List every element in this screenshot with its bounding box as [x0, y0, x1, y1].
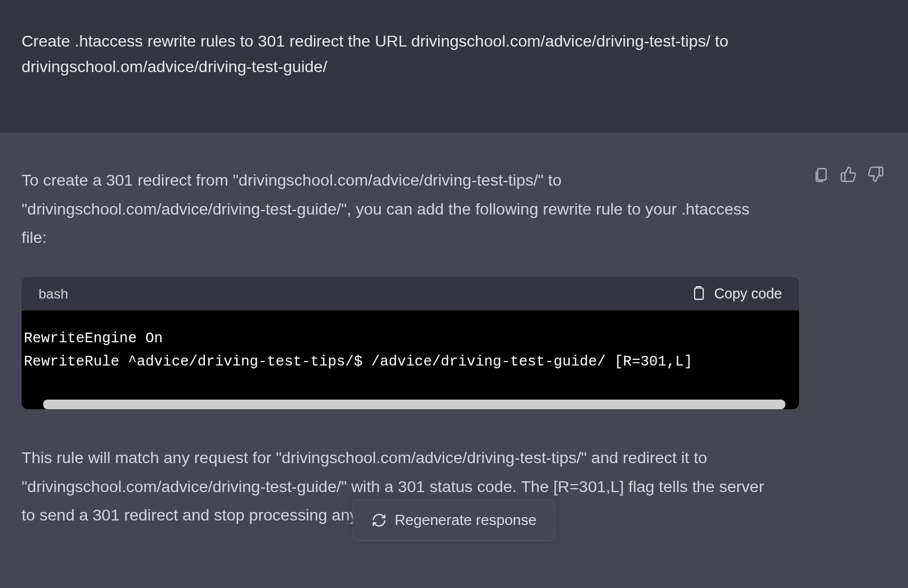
refresh-icon: [371, 513, 386, 528]
code-header: bash Copy code: [22, 277, 799, 310]
horizontal-scrollbar[interactable]: [43, 400, 785, 409]
code-block: bash Copy code RewriteEngine On RewriteR…: [22, 277, 799, 409]
thumbs-up-icon[interactable]: [840, 166, 857, 183]
assistant-message-section: To create a 301 redirect from "drivingsc…: [0, 133, 908, 551]
svg-rect-1: [695, 288, 703, 299]
code-content[interactable]: RewriteEngine On RewriteRule ^advice/dri…: [22, 327, 799, 374]
user-message-section: Create .htaccess rewrite rules to 301 re…: [0, 0, 908, 133]
thumbs-down-icon[interactable]: [867, 166, 884, 183]
code-language-label: bash: [39, 286, 68, 302]
copy-code-label: Copy code: [714, 285, 782, 302]
svg-rect-0: [818, 169, 826, 180]
user-message-text: Create .htaccess rewrite rules to 301 re…: [22, 28, 771, 79]
copy-code-button[interactable]: Copy code: [691, 285, 782, 302]
regenerate-label: Regenerate response: [394, 511, 536, 529]
regenerate-response-button[interactable]: Regenerate response: [352, 499, 555, 541]
assistant-intro-text: To create a 301 redirect from "drivingsc…: [22, 166, 765, 252]
clipboard-icon[interactable]: [813, 166, 830, 183]
clipboard-icon: [691, 286, 707, 302]
feedback-icons: [813, 166, 884, 183]
code-body: RewriteEngine On RewriteRule ^advice/dri…: [22, 310, 799, 409]
